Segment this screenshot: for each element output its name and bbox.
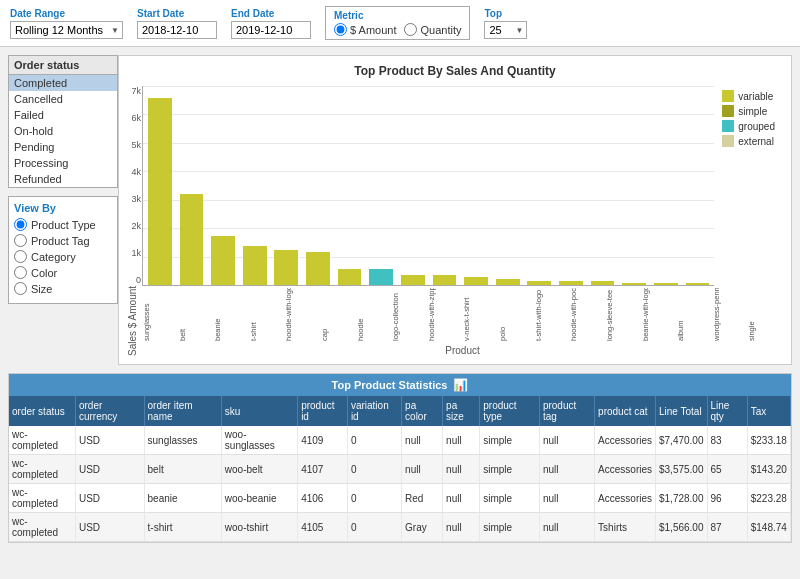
date-range-label: Date Range [10,8,65,19]
legend-color-box [722,90,734,102]
legend-item: simple [722,105,775,117]
bar-group[interactable] [555,88,587,285]
table-cell: simple [480,484,540,513]
status-item[interactable]: Refunded [9,171,117,187]
view-by-radio[interactable] [14,282,27,295]
status-item[interactable]: Completed [9,75,117,91]
table-header-cell: Line qty [707,396,747,426]
view-by-radio[interactable] [14,266,27,279]
table-header-cell: order currency [75,396,144,426]
bar-group[interactable] [682,88,714,285]
table-scroll-container[interactable]: order statusorder currencyorder item nam… [9,396,791,542]
table-cell: USD [75,455,144,484]
x-label: beanie [213,288,249,343]
metric-amount-radio[interactable] [334,23,347,36]
bar-group[interactable] [334,88,366,285]
table-cell: USD [75,426,144,455]
bar-group[interactable] [587,88,619,285]
bar [180,194,204,285]
legend-label: external [738,136,774,147]
view-by-option[interactable]: Product Type [14,218,112,231]
status-list[interactable]: CompletedCancelledFailedOn-holdPendingPr… [9,75,117,187]
table-cell: null [443,484,480,513]
order-status-box: Order status CompletedCancelledFailedOn-… [8,55,118,188]
status-item[interactable]: Cancelled [9,91,117,107]
bar-group[interactable] [144,88,176,285]
x-labels-row: sunglassesbeltbeaniet-shirthoodie-with-l… [142,288,783,343]
bar-group[interactable] [239,88,271,285]
bar-group[interactable] [460,88,492,285]
bar [622,283,646,285]
status-item[interactable]: Processing [9,155,117,171]
x-label: polo [498,288,534,343]
bar-group[interactable] [365,88,397,285]
table-cell: $1,566.00 [656,513,708,542]
bar [306,252,330,285]
legend-label: grouped [738,121,775,132]
status-item[interactable]: Failed [9,107,117,123]
end-date-input[interactable] [231,21,311,39]
legend-item: variable [722,90,775,102]
start-date-input[interactable] [137,21,217,39]
legend-color-box [722,105,734,117]
table-export-icon[interactable]: 📊 [453,378,468,392]
main-content: Order status CompletedCancelledFailedOn-… [0,47,800,373]
bar-group[interactable] [176,88,208,285]
start-date-control: Start Date [137,8,217,39]
bar-group[interactable] [429,88,461,285]
x-label: hoodie-with-pocket [569,288,605,343]
table-header-cell: order status [9,396,75,426]
x-label: long-sleeve-tee [605,288,641,343]
bar-group[interactable] [271,88,303,285]
table-header-cell: Tax [747,396,790,426]
table-cell: $7,470.00 [656,426,708,455]
table-cell: Gray [402,513,443,542]
date-range-select[interactable]: Rolling 12 Months Rolling 6 Months Rolli… [10,21,123,39]
table-row: wc-completedUSDt-shirtwoo-tshirt41050Gra… [9,513,791,542]
table-cell: $148.74 [747,513,790,542]
status-item[interactable]: On-hold [9,123,117,139]
metric-quantity-label[interactable]: Quantity [404,23,461,36]
view-by-radio[interactable] [14,250,27,263]
top-select[interactable]: 10 25 50 100 [484,21,527,39]
table-cell: null [443,513,480,542]
table-cell: woo-beanie [221,484,297,513]
bar-group[interactable] [302,88,334,285]
table-cell: simple [480,455,540,484]
bar-group[interactable] [618,88,650,285]
date-range-select-wrapper: Rolling 12 Months Rolling 6 Months Rolli… [10,21,123,39]
top-controls: Date Range Rolling 12 Months Rolling 6 M… [0,0,800,47]
end-date-label: End Date [231,8,274,19]
table-cell: Accessories [595,455,656,484]
metric-label: Metric [334,10,363,21]
view-by-radio[interactable] [14,234,27,247]
view-by-radio[interactable] [14,218,27,231]
table-cell: wc-completed [9,484,75,513]
bar-group[interactable] [397,88,429,285]
table-cell: null [539,455,594,484]
chart-area: Sales $ Amount 7k6k5k4k3k2k1k0 variables… [127,86,783,356]
bar-group[interactable] [650,88,682,285]
view-by-option[interactable]: Size [14,282,112,295]
table-header-cell: product cat [595,396,656,426]
start-date-label: Start Date [137,8,184,19]
y-axis-label: Sales $ Amount [127,86,138,356]
metric-quantity-radio[interactable] [404,23,417,36]
bar [401,275,425,285]
chart-title: Top Product By Sales And Quantity [127,64,783,78]
table-section-title: Top Product Statistics [332,379,448,391]
table-row: wc-completedUSDbeltwoo-belt41070nullnull… [9,455,791,484]
metric-amount-label[interactable]: $ Amount [334,23,396,36]
bar-group[interactable] [492,88,524,285]
chart-panel: Top Product By Sales And Quantity Sales … [118,55,792,365]
bar-group[interactable] [207,88,239,285]
view-by-option[interactable]: Category [14,250,112,263]
view-by-option[interactable]: Color [14,266,112,279]
bar-group[interactable] [524,88,556,285]
status-item[interactable]: Pending [9,139,117,155]
view-by-options: Product TypeProduct TagCategoryColorSize [14,218,112,295]
table-cell: Accessories [595,426,656,455]
view-by-option[interactable]: Product Tag [14,234,112,247]
bar [686,283,710,285]
table-cell: simple [480,513,540,542]
